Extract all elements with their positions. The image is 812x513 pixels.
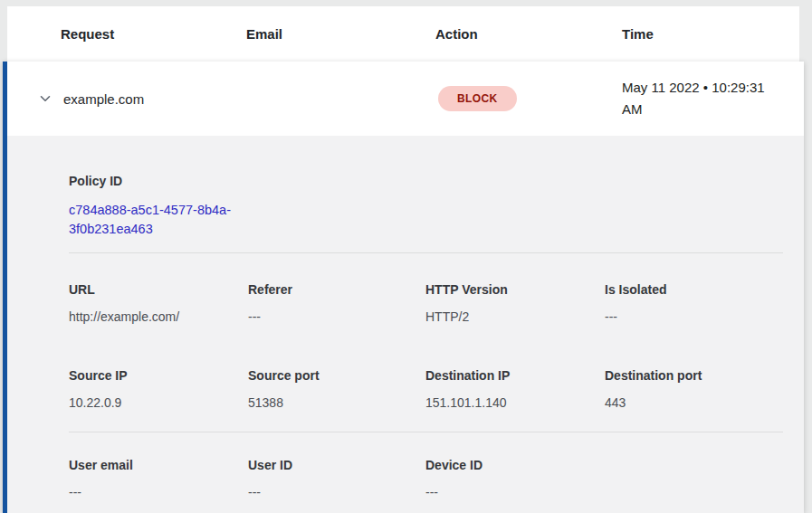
field-value: --- bbox=[248, 485, 413, 500]
policy-id-link[interactable]: c784a888-a5c1-4577-8b4a-3f0b231ea463 bbox=[69, 201, 261, 239]
field-user-email: User email --- bbox=[69, 458, 248, 500]
field-device-id: Device ID --- bbox=[425, 458, 783, 500]
field-destination-ip: Destination IP 151.101.1.140 bbox=[425, 368, 605, 411]
field-source-port: Source port 51388 bbox=[248, 368, 425, 411]
section-divider bbox=[69, 432, 783, 432]
column-header-email: Email bbox=[246, 26, 435, 42]
column-header-time: Time bbox=[622, 26, 799, 42]
field-value: --- bbox=[69, 485, 235, 500]
field-label: Source port bbox=[248, 368, 413, 384]
row-request-value: example.com bbox=[63, 91, 246, 107]
chevron-down-icon bbox=[38, 91, 53, 106]
field-label: Destination IP bbox=[425, 368, 592, 384]
http-details-row: URL http://example.com/ Referer --- HTTP… bbox=[69, 282, 783, 325]
field-label: URL bbox=[69, 282, 235, 298]
column-header-request: Request bbox=[61, 26, 246, 42]
table-header: Request Email Action Time bbox=[7, 6, 799, 62]
row-time-value: May 11 2022 • 10:29:31 AM bbox=[622, 77, 783, 120]
field-label: User email bbox=[69, 458, 235, 473]
field-value: 51388 bbox=[248, 395, 413, 411]
field-value: 151.101.1.140 bbox=[425, 395, 592, 411]
field-label: User ID bbox=[248, 458, 413, 473]
field-is-isolated: Is Isolated --- bbox=[605, 282, 783, 325]
field-label: HTTP Version bbox=[425, 282, 592, 298]
policy-id-section: Policy ID c784a888-a5c1-4577-8b4a-3f0b23… bbox=[69, 174, 783, 239]
row-expander-button[interactable] bbox=[38, 91, 53, 106]
field-value: 443 bbox=[605, 395, 770, 411]
network-details-row: Source IP 10.22.0.9 Source port 51388 De… bbox=[69, 368, 783, 411]
field-destination-port: Destination port 443 bbox=[605, 368, 783, 411]
action-block-badge: BLOCK bbox=[438, 86, 517, 111]
section-divider bbox=[69, 252, 783, 253]
field-referer: Referer --- bbox=[248, 282, 425, 325]
field-label: Referer bbox=[248, 282, 413, 298]
column-header-action: Action bbox=[435, 26, 622, 42]
detail-panel: Policy ID c784a888-a5c1-4577-8b4a-3f0b23… bbox=[7, 136, 804, 500]
field-url: URL http://example.com/ bbox=[69, 282, 248, 325]
user-details-row: User email --- User ID --- Device ID --- bbox=[69, 458, 783, 500]
field-http-version: HTTP Version HTTP/2 bbox=[425, 282, 605, 325]
field-value: http://example.com/ bbox=[69, 309, 235, 325]
expanded-log-entry: example.com BLOCK May 11 2022 • 10:29:31… bbox=[3, 62, 804, 513]
field-label: Destination port bbox=[605, 368, 770, 384]
field-source-ip: Source IP 10.22.0.9 bbox=[69, 368, 248, 411]
field-user-id: User ID --- bbox=[248, 458, 425, 500]
field-label: Device ID bbox=[425, 458, 770, 473]
field-value: --- bbox=[425, 485, 770, 500]
field-label: Source IP bbox=[69, 368, 235, 384]
field-value: --- bbox=[248, 309, 413, 325]
field-value: HTTP/2 bbox=[425, 309, 592, 325]
table-row[interactable]: example.com BLOCK May 11 2022 • 10:29:31… bbox=[7, 62, 804, 136]
field-label: Is Isolated bbox=[605, 282, 770, 298]
policy-id-label: Policy ID bbox=[69, 174, 783, 189]
field-value: --- bbox=[605, 309, 770, 325]
field-value: 10.22.0.9 bbox=[69, 395, 235, 411]
